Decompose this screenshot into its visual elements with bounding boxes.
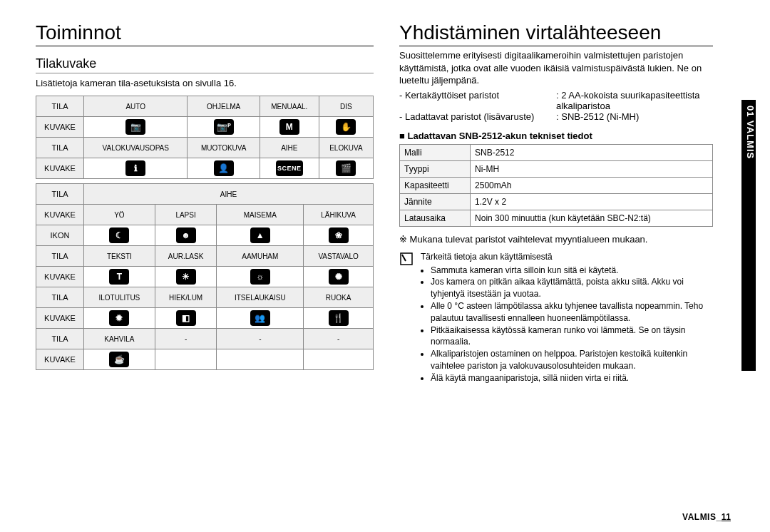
sunset-icon: ☀ <box>176 269 196 285</box>
table2-aihe-header: AIHE <box>84 184 374 205</box>
mode-label: AUTO <box>84 96 188 117</box>
info-list: Sammuta kameran virta silloin kun sitä e… <box>421 265 713 384</box>
mode-label: YÖ <box>84 205 155 225</box>
info-item: Alle 0 °C asteen lämpötilassa akku tyhje… <box>431 300 713 324</box>
spec-val: Ni-MH <box>471 160 713 177</box>
row-label: TILA <box>36 329 84 349</box>
child-icon: ☻ <box>176 227 196 243</box>
mode-icon-cell: M <box>260 117 319 138</box>
spec-key: Malli <box>400 144 471 160</box>
row-label: KUVAKE <box>36 349 84 370</box>
battery-val: : SNB-2512 (Ni-MH) <box>556 111 713 122</box>
mode-label: ITSELAUKAISU <box>217 287 304 308</box>
mode-icon-cell: ℹ <box>84 158 188 179</box>
mode-table-1: TILAAUTOOHJELMAMENUAAL.DISKUVAKE📷📷ᴾM✋TIL… <box>36 96 374 179</box>
page-footer: VALMIS_11 <box>682 512 731 522</box>
row-label: KUVAKE <box>36 158 84 179</box>
mode-label: LAPSI <box>155 205 217 225</box>
row-label: KUVAKE <box>36 308 84 329</box>
text-icon: T <box>109 269 129 285</box>
row-label: KUVAKE <box>36 267 84 287</box>
row-label: TILA <box>36 287 84 308</box>
row-label: TILA <box>36 138 84 158</box>
mode-label: KAHVILA <box>84 329 155 349</box>
mode-label: - <box>304 329 374 349</box>
portrait-icon: 👤 <box>214 160 234 176</box>
row-label: KUVAKE <box>36 117 84 138</box>
mode-label: LÄHIKUVA <box>304 205 374 225</box>
spec-val: 2500mAh <box>471 177 713 193</box>
mode-icon-cell: ☼ <box>217 267 304 287</box>
row-label: TILA <box>36 96 84 117</box>
mode-icon-cell: 👤 <box>188 158 260 179</box>
mode-icon-cell: 📷ᴾ <box>188 117 260 138</box>
battery-key: - Kertakäyttöiset paristot <box>399 90 556 111</box>
battery-key: - Ladattavat paristot (lisävaruste) <box>399 111 556 122</box>
closeup-icon: ❀ <box>329 227 349 243</box>
camera-icon: 📷 <box>125 119 145 135</box>
info-item: Sammuta kameran virta silloin kun sitä e… <box>431 265 713 277</box>
footer-label: VALMIS_ <box>682 512 722 522</box>
mode-label: OHJELMA <box>188 96 260 117</box>
m-icon: M <box>279 119 299 135</box>
left-subtitle: Tilakuvake <box>36 56 374 73</box>
movie-icon: 🎬 <box>336 160 356 176</box>
scene-icon: SCENE <box>276 160 303 176</box>
mode-label: ILOTULITUS <box>84 287 155 308</box>
spec-key: Kapasiteetti <box>400 177 471 193</box>
mode-icon-cell: ☾ <box>84 225 155 246</box>
mode-label: TEKSTI <box>84 246 155 267</box>
spec-key: Jännite <box>400 193 471 210</box>
battery-list: - Kertakäyttöiset paristot: 2 AA-kokoist… <box>399 90 713 122</box>
left-lead: Lisätietoja kameran tila-asetuksista on … <box>36 78 374 88</box>
info-item: Alkaliparistojen ostaminen on helppoa. P… <box>431 348 713 372</box>
mode-icon-cell <box>155 349 217 370</box>
intro-paragraphs: Suosittelemme erityisesti digitaalikamer… <box>399 49 713 87</box>
beach-icon: ◧ <box>176 310 196 326</box>
mode-icon-cell: 📷 <box>84 117 188 138</box>
mode-icon-cell: ✺ <box>304 267 374 287</box>
mode-table-2: TILA AIHE KUVAKEYÖLAPSIMAISEMALÄHIKUVAIK… <box>36 183 374 370</box>
mode-label: HIEK/LUM <box>155 287 217 308</box>
spec-val: SNB-2512 <box>471 144 713 160</box>
mode-label: AIHE <box>260 138 319 158</box>
spec-note: ※ Mukana tulevat paristot vaihtelevat my… <box>399 234 713 245</box>
mode-label: - <box>217 329 304 349</box>
mode-icon-cell: T <box>84 267 155 287</box>
mode-icon-cell: SCENE <box>260 158 319 179</box>
spec-table: MalliSNB-2512TyyppiNi-MHKapasiteetti2500… <box>399 144 713 227</box>
guide-icon: ℹ <box>125 160 145 176</box>
backlight-icon: ✺ <box>329 269 349 285</box>
mode-label: MENUAAL. <box>260 96 319 117</box>
info-item: Jos kamera on pitkän aikaa käyttämättä, … <box>431 276 713 300</box>
mode-label: MAISEMA <box>217 205 304 225</box>
note-icon <box>399 252 414 266</box>
right-title: Yhdistäminen virtalähteeseen <box>399 21 713 46</box>
firework-icon: ✹ <box>109 310 129 326</box>
info-item: Pitkäaikaisessa käytössä kameran runko v… <box>431 324 713 349</box>
right-column: Yhdistäminen virtalähteeseen Suosittelem… <box>385 21 734 519</box>
mode-icon-cell <box>217 349 304 370</box>
mode-icon-cell: ☕ <box>84 349 155 370</box>
page-number: 11 <box>722 512 731 522</box>
mode-label: MUOTOKUVA <box>188 138 260 158</box>
mode-label: ELOKUVA <box>319 138 373 158</box>
hand-icon: ✋ <box>336 119 356 135</box>
selftimer-icon: 👥 <box>250 310 270 326</box>
mode-icon-cell: ✹ <box>84 308 155 329</box>
night-icon: ☾ <box>109 227 129 243</box>
left-title: Toiminnot <box>36 21 374 46</box>
mode-icon-cell: 🎬 <box>319 158 373 179</box>
left-column: Toiminnot Tilakuvake Lisätietoja kameran… <box>36 21 385 519</box>
mode-icon-cell: ◧ <box>155 308 217 329</box>
info-item: Älä käytä mangaaniparistoja, sillä niide… <box>431 372 713 384</box>
mode-label: AAMUHAM <box>217 246 304 267</box>
mode-icon-cell: 👥 <box>217 308 304 329</box>
mode-icon-cell: 🍴 <box>304 308 374 329</box>
mode-label: DIS <box>319 96 373 117</box>
page: Toiminnot Tilakuvake Lisätietoja kameran… <box>0 0 770 532</box>
spec-val: Noin 300 minuuttia (kun käytetään SBC-N2… <box>471 210 713 226</box>
info-box: Tärkeitä tietoja akun käyttämisestä Samm… <box>399 252 713 384</box>
mode-label: VASTAVALO <box>304 246 374 267</box>
mode-label: RUOKA <box>304 287 374 308</box>
